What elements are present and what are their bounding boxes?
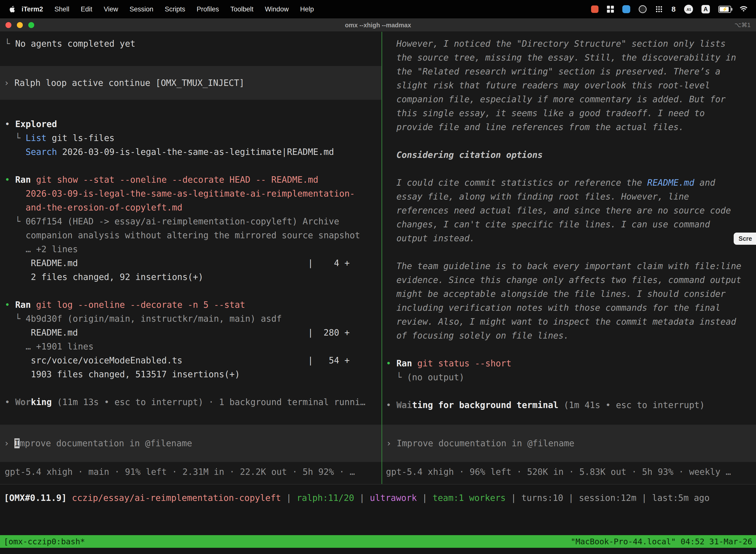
terminal-line — [0, 381, 381, 395]
apple-logo-icon[interactable] — [9, 5, 16, 13]
terminal-line: └ No agents completed yet — [0, 37, 381, 51]
terminal-line: evidence. Since this change only affects… — [382, 273, 756, 287]
menu-toolbelt[interactable]: Toolbelt — [225, 5, 259, 13]
left-prompt-input[interactable]: › Improve documentation in @filename — [0, 425, 381, 462]
left-intro-output: └ No agents completed yet — [0, 37, 381, 51]
app-8-icon[interactable]: 8 — [672, 4, 676, 14]
window-title: omx --xhigh --madmax — [0, 18, 756, 32]
blue-app-icon[interactable] — [622, 4, 630, 14]
terminal-line: src/voice/voiceModeEnabled.ts | 54 + — [0, 353, 381, 367]
terminal-line — [382, 134, 756, 148]
terminal-line: • Waiting for background terminal (1m 41… — [382, 398, 756, 412]
prompt-chevron: › — [386, 438, 397, 448]
omx-status-bar: [OMX#0.11.9] cczip/essay/ai-reimplementa… — [0, 485, 756, 535]
terminal-line: 2 files changed, 92 insertions(+) — [0, 270, 381, 284]
text-cursor: I — [14, 438, 19, 448]
screenshot-toast[interactable]: Scre — [734, 233, 756, 245]
terminal-line: README.md | 280 + — [0, 326, 381, 340]
left-status-line: gpt-5.4 xhigh · main · 91% left · 2.31M … — [0, 465, 381, 479]
menu-bar: iTerm2ShellEditViewSessionScriptsProfile… — [0, 0, 756, 18]
status-segment: | — [354, 493, 370, 503]
terminal-line: I could cite commit statistics or refere… — [382, 176, 756, 189]
status-segment: | — [636, 493, 652, 503]
terminal-line: might be acceptable alongside the file l… — [382, 287, 756, 301]
terminal-line: review. Also, I might want to inspect th… — [382, 315, 756, 329]
pane-right[interactable]: However, I noticed the "Directory Struct… — [382, 32, 756, 484]
status-segment: session:12m — [579, 493, 636, 503]
keyboard-layout-icon[interactable]: A — [701, 4, 710, 14]
tmux-status-bar: [omx-cczip0:bash* "MacBook-Pro-44.local"… — [0, 535, 756, 548]
menu-status-icons: 8 .61 A ⚡ — [591, 4, 756, 14]
terminal-line: 1903 files changed, 513517 insertions(+) — [0, 367, 381, 381]
terminal-line: output instead. — [382, 231, 756, 245]
bottom-strip — [0, 548, 756, 554]
menu-profiles[interactable]: Profiles — [191, 5, 225, 13]
terminal-line: └ (no output) — [382, 370, 756, 384]
terminal-line: Search 2026-03-09-is-legal-the-same-as-l… — [0, 145, 381, 159]
status-segment: [OMX#0.11.9] — [4, 493, 72, 503]
terminal-line: companion analysis without altering the … — [0, 228, 381, 242]
battery-icon[interactable]: ⚡ — [718, 4, 731, 14]
terminal-line: and-the-erosion-of-copyleft.md — [0, 201, 381, 214]
terminal-line: └ 4b9d30f (origin/main, instructkr/main,… — [0, 312, 381, 326]
prompt-chevron: › — [4, 438, 14, 448]
terminal-line: • Explored — [0, 117, 381, 131]
status-segment: last:5m ago — [652, 493, 710, 503]
terminal-line: references need actual files, and since … — [382, 204, 756, 217]
menu-shell[interactable]: Shell — [49, 5, 75, 13]
menu-edit[interactable]: Edit — [75, 5, 98, 13]
menu-session[interactable]: Session — [124, 5, 159, 13]
gauge-icon[interactable]: .61 — [684, 4, 693, 14]
terminal-line: companion file, especially if more comme… — [382, 92, 756, 106]
status-segment: ultrawork — [370, 493, 417, 503]
wifi-icon[interactable] — [740, 4, 748, 14]
menu-help[interactable]: Help — [295, 5, 320, 13]
terminal-line — [382, 162, 756, 176]
terminal-line: the source tree, missing the essay. Stil… — [382, 51, 756, 64]
input-text: Improve documentation in @filename — [397, 438, 574, 448]
status-segment: | — [563, 493, 579, 503]
status-segment: ralph:11/20 — [297, 493, 354, 503]
terminal-line: └ List git ls-files — [0, 131, 381, 145]
terminal-line — [382, 384, 756, 398]
status-segment: | — [281, 493, 297, 503]
terminal-line: essay file, along with finding root file… — [382, 189, 756, 204]
dots-grid-icon[interactable] — [655, 4, 663, 14]
terminal-line: this single essay, it seems like a good … — [382, 106, 756, 120]
right-terminal-output: However, I noticed the "Directory Struct… — [382, 37, 756, 412]
terminal-line: slight risk that future readers may over… — [382, 78, 756, 92]
terminal-line: … +2 lines — [0, 242, 381, 256]
terminal-line: Considering citation options — [382, 148, 756, 162]
menu-window[interactable]: Window — [259, 5, 295, 13]
status-segment: | — [417, 493, 433, 503]
terminal-line — [0, 284, 381, 298]
tmux-window-label[interactable]: [omx-cczip0:bash* — [4, 537, 85, 546]
pane-left[interactable]: └ No agents completed yet › Ralph loop a… — [0, 32, 381, 484]
title-bar: omx --xhigh --madmax ⌥⌘1 — [0, 18, 756, 32]
left-terminal-output: • Explored └ List git ls-files Search 20… — [0, 117, 381, 409]
status-segment: turns:10 — [521, 493, 563, 503]
menu-view[interactable]: View — [98, 5, 124, 13]
input-text: mprove documentation in @filename — [19, 438, 192, 448]
screen-recording-icon[interactable] — [591, 4, 598, 14]
status-segment: cczip/essay/ai-reimplementation-copyleft — [72, 493, 281, 503]
tiles-icon[interactable] — [607, 4, 614, 14]
tmux-host-time: "MacBook-Pro-44.local" 04:52 31-Mar-26 — [571, 537, 752, 546]
terminal-line: The team guideline is to back every impo… — [382, 259, 756, 273]
terminal-line: • Ran git log --oneline --decorate -n 5 … — [0, 298, 381, 312]
status-segment: team:1 workers — [433, 493, 506, 503]
dark-app-icon[interactable] — [639, 4, 647, 14]
right-status-line: gpt-5.4 xhigh · 96% left · 520K in · 5.8… — [382, 465, 756, 479]
terminal-line: provide file and line references from th… — [382, 120, 756, 134]
status-segment: | — [506, 493, 521, 503]
menu-iterm2[interactable]: iTerm2 — [16, 5, 49, 13]
terminal-line: • Ran git status --short — [382, 356, 756, 370]
terminal-line: of focusing solely on file lines. — [382, 329, 756, 342]
terminal-line: the "Related research writing" section i… — [382, 64, 756, 78]
terminal-line: › Ralph loop active continue [OMX_TMUX_I… — [0, 76, 381, 90]
menu-scripts[interactable]: Scripts — [159, 5, 191, 13]
right-prompt-input[interactable]: › Improve documentation in @filename — [382, 425, 756, 462]
terminal-line: └ 067f154 (HEAD -> essay/ai-reimplementa… — [0, 214, 381, 228]
inject-banner: › Ralph loop active continue [OMX_TMUX_I… — [0, 66, 381, 100]
window-shortcut: ⌥⌘1 — [735, 18, 751, 32]
